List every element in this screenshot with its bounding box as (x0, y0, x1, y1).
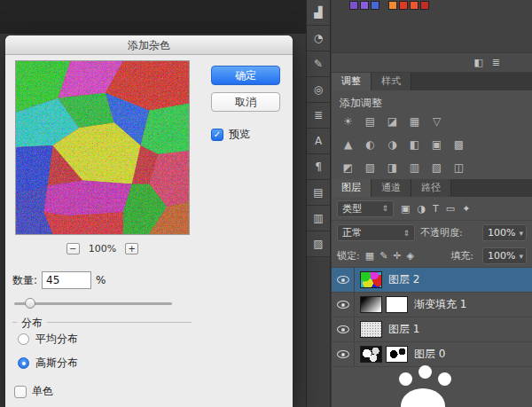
updown-arrows-icon: ⇕ (378, 204, 388, 213)
blend-mode-select[interactable]: 正常 ⇕ (337, 224, 415, 241)
fill-value: 100% (488, 250, 515, 262)
gaussian-radio-row[interactable]: 高斯分布 (18, 356, 192, 371)
black-white-icon[interactable]: ◑ (383, 137, 402, 153)
layer-row[interactable]: 图层 0 (332, 342, 532, 367)
distribution-label: 分布 (17, 316, 47, 331)
color-swatch[interactable] (349, 1, 358, 10)
filter-pixel-layers-icon[interactable]: ▣ (401, 203, 410, 215)
color-swatch[interactable] (371, 1, 379, 10)
lock-transparency-icon[interactable]: ▦ (365, 250, 374, 262)
color-swatch[interactable] (360, 1, 369, 10)
filter-type-layers-icon[interactable]: T (433, 203, 439, 215)
preview-checkbox-row[interactable]: ✓ 预览 (211, 127, 250, 142)
adjustment-icons-row-2: ▲ ◐ ◑ ◧ ▣ ▩ (332, 133, 532, 156)
histogram-panel-icon[interactable]: ▟ (307, 0, 330, 26)
visibility-eye-icon[interactable] (337, 276, 349, 284)
layer-name[interactable]: 渐变填充 1 (414, 297, 466, 312)
layer-mask-thumbnail[interactable] (386, 346, 408, 363)
gaussian-radio[interactable] (18, 357, 29, 369)
layer-filter-row: 类型 ⇕ ▣ ◑ T ▭ ✦ (332, 197, 532, 221)
color-swatch[interactable] (420, 1, 429, 10)
info-panel-icon[interactable]: ◔ (307, 26, 330, 51)
channel-mixer-icon[interactable]: ▣ (427, 137, 446, 153)
lock-all-icon[interactable]: ◈ (407, 250, 414, 262)
color-swatch[interactable] (410, 1, 419, 10)
amount-slider[interactable] (14, 298, 172, 309)
hue-saturation-icon[interactable]: ▲ (339, 137, 357, 153)
color-lookup-icon[interactable]: ▩ (450, 137, 468, 153)
layer-row[interactable]: 图层 2 (332, 268, 532, 293)
visibility-eye-icon[interactable] (337, 325, 349, 333)
noise-preview[interactable] (15, 60, 190, 235)
color-balance-icon[interactable]: ◐ (361, 137, 379, 153)
monochrome-checkbox-row[interactable]: 单色 (14, 384, 53, 399)
layer-name[interactable]: 图层 1 (388, 322, 419, 337)
invert-icon[interactable]: ◩ (339, 160, 357, 176)
zoom-out-button[interactable]: − (66, 243, 80, 254)
layer-thumbnail[interactable] (360, 346, 382, 363)
amount-label: 数量: (12, 273, 37, 288)
tab-paths[interactable]: 路径 (411, 179, 451, 197)
lock-pixels-icon[interactable]: ✎ (379, 250, 387, 262)
tab-layers[interactable]: 图层 (332, 179, 372, 197)
layer-row[interactable]: 渐变填充 1 (332, 293, 532, 317)
tool-presets-panel-icon[interactable]: ≣ (307, 103, 330, 129)
layer-row[interactable]: 图层 1 (332, 317, 532, 342)
gradient-map-icon[interactable]: ▥ (405, 160, 424, 176)
monochrome-checkbox[interactable] (14, 386, 27, 398)
layer-mask-thumbnail[interactable] (386, 296, 408, 313)
selective-color-icon[interactable]: ▧ (427, 160, 446, 176)
exposure-icon[interactable]: ▦ (405, 113, 424, 130)
noise-preview-image (16, 61, 189, 234)
filter-adjustment-layers-icon[interactable]: ◑ (417, 203, 426, 215)
gaussian-label: 高斯分布 (35, 356, 78, 371)
tab-channels[interactable]: 通道 (372, 179, 411, 197)
layer-thumbnail[interactable] (360, 271, 382, 288)
lock-position-icon[interactable]: ✛ (393, 250, 401, 262)
actions-panel-icon[interactable]: ▨ (307, 231, 330, 257)
collapse-panels-icon[interactable]: ◧ (473, 57, 482, 68)
zoom-in-button[interactable]: + (125, 243, 138, 254)
adjustment-icons-row-3: ◩ ▨ ◨ ▥ ▧ ◫ (332, 156, 532, 179)
cancel-button[interactable]: 取消 (211, 92, 280, 112)
layer-comps-panel-icon[interactable]: ▤ (307, 180, 330, 206)
fill-select[interactable]: 100% ▾ (482, 247, 527, 264)
slider-thumb[interactable] (25, 298, 35, 309)
threshold-icon[interactable]: ◨ (383, 160, 402, 176)
layer-filter-select[interactable]: 类型 ⇕ (337, 200, 394, 217)
paragraph-panel-icon[interactable]: ¶ (307, 154, 330, 180)
brightness-contrast-icon[interactable]: ☀ (339, 113, 357, 130)
layer-name[interactable]: 图层 0 (414, 347, 445, 362)
notes-panel-icon[interactable]: ▥ (307, 206, 330, 231)
tab-adjustments[interactable]: 调整 (332, 73, 372, 90)
solid-color-icon[interactable]: ◫ (450, 160, 468, 176)
opacity-select[interactable]: 100% ▾ (482, 224, 527, 241)
photo-filter-icon[interactable]: ◧ (405, 137, 424, 153)
filter-shape-layers-icon[interactable]: ▭ (446, 203, 455, 215)
slider-track[interactable] (14, 302, 172, 305)
character-panel-icon[interactable]: A (307, 129, 330, 154)
clone-source-panel-icon[interactable]: ◎ (307, 77, 330, 103)
color-swatch[interactable] (399, 1, 408, 10)
curves-icon[interactable]: ◪ (383, 113, 402, 130)
layer-thumbnail[interactable] (360, 296, 382, 313)
filter-smart-objects-icon[interactable]: ✦ (462, 203, 470, 215)
visibility-eye-icon[interactable] (337, 301, 349, 309)
panel-menu-icon[interactable]: ≣ (492, 57, 500, 68)
levels-icon[interactable]: ▤ (361, 113, 379, 130)
color-swatch[interactable] (388, 1, 397, 10)
layer-name[interactable]: 图层 2 (388, 272, 419, 287)
brush-panel-icon[interactable]: ✎ (307, 51, 330, 77)
monochrome-label: 单色 (32, 384, 53, 399)
ok-button[interactable]: 确定 (211, 66, 280, 85)
posterize-icon[interactable]: ▨ (361, 160, 379, 176)
tab-styles[interactable]: 样式 (372, 73, 411, 90)
eye-cell (332, 342, 355, 366)
visibility-eye-icon[interactable] (337, 350, 349, 358)
uniform-radio-row[interactable]: 平均分布 (18, 332, 192, 347)
amount-input[interactable] (42, 271, 91, 289)
vibrance-icon[interactable]: ▽ (427, 113, 446, 130)
preview-checkbox[interactable]: ✓ (211, 129, 223, 141)
uniform-radio[interactable] (18, 333, 29, 345)
layer-thumbnail[interactable] (360, 321, 382, 338)
